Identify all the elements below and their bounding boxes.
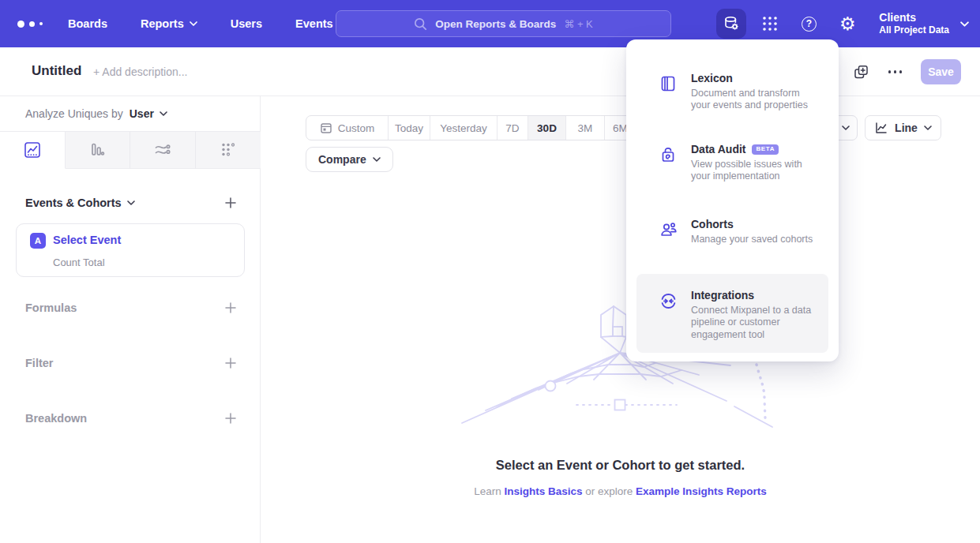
mixpanel-insights-screen: Boards Reports Users Events Open Reports… [0,0,980,543]
menu-item-desc: Manage your saved cohorts [691,234,819,245]
formulas-section: Formulas [25,299,239,316]
empty-state-title: Select an Event or Cohort to get started… [261,458,980,473]
flow-icon [153,141,172,159]
duplicate-icon[interactable] [853,64,869,81]
nav-item-reports[interactable]: Reports [141,17,197,30]
formulas-label: Formulas [25,301,77,314]
data-management-menu: Lexicon Document and transform your even… [626,39,839,361]
global-search-input[interactable]: Open Reports & Boards ⌘ + K [336,10,671,37]
add-event-button[interactable] [222,194,239,212]
chevron-down-icon [127,200,135,205]
menu-item-title: Integrations [691,289,754,301]
add-description-field[interactable]: + Add description... [93,66,187,78]
chevron-down-icon [960,21,969,27]
menu-item-desc: View possible issues with your implement… [691,159,819,183]
nav-item-boards[interactable]: Boards [68,17,107,30]
chevron-down-icon [842,125,850,130]
line-chart-mini-icon [874,121,888,135]
tab-metrics[interactable] [196,132,261,169]
tab-line-chart[interactable] [0,132,66,169]
query-builder-sidebar: Analyze Uniques by User [0,96,261,543]
date-range-custom[interactable]: Custom [306,116,388,140]
breakdown-section: Breakdown [25,410,239,427]
insights-basics-link[interactable]: Insights Basics [504,485,582,497]
compare-dropdown[interactable]: Compare [306,147,393,172]
report-title[interactable]: Untitled [32,63,81,79]
analyze-value-dropdown[interactable]: User [130,107,154,120]
date-range-3m[interactable]: 3M [565,116,604,140]
date-range-control: Custom Today Yesterday 7D 30D 3M 6M [306,115,636,140]
metrics-dots-icon [220,141,237,159]
menu-item-cohorts[interactable]: Cohorts Manage your saved cohorts [636,212,828,259]
data-management-button[interactable] [716,9,746,39]
events-cohorts-dropdown[interactable]: Events & Cohorts [25,197,135,209]
date-range-7d[interactable]: 7D [497,116,528,140]
add-formula-button[interactable] [222,299,239,316]
nav-items: Boards Reports Users Events [68,17,333,30]
settings-button[interactable]: ⚙ [832,9,862,39]
search-shortcut: ⌘ + K [564,18,593,30]
gear-icon: ⚙ [839,15,856,33]
add-filter-button[interactable] [222,354,239,372]
mixpanel-logo[interactable] [17,21,54,28]
select-event-label[interactable]: Select Event [53,234,121,246]
project-name: Clients [879,10,949,24]
chart-type-dropdown[interactable]: Line [865,115,941,140]
menu-item-title: Cohorts [691,218,734,230]
chevron-down-icon [924,125,932,130]
chart-type-tabs [0,131,261,168]
event-letter-badge: A [30,233,46,249]
breakdown-label: Breakdown [25,412,87,425]
cohorts-people-icon [659,220,678,238]
tab-bar-chart[interactable] [66,132,131,169]
nav-item-users[interactable]: Users [231,17,262,30]
menu-item-data-audit[interactable]: Data Audit BETA View possible issues wit… [636,137,828,198]
add-breakdown-button[interactable] [222,410,239,427]
chevron-down-icon [373,157,381,162]
integrations-sync-icon [659,292,678,310]
nav-item-events[interactable]: Events [295,17,333,30]
example-insights-reports-link[interactable]: Example Insights Reports [636,485,767,497]
plus-icon [224,301,237,314]
beta-badge: BETA [752,144,779,155]
menu-item-desc: Connect Mixpanel to a data pipeline or c… [691,305,819,341]
search-placeholder: Open Reports & Boards [435,18,556,30]
learn-prefix: Learn [474,485,501,497]
analyze-prefix: Analyze Uniques by [25,107,123,120]
chevron-down-icon [190,21,197,26]
tab-flow-chart[interactable] [130,132,196,169]
bar-chart-icon [88,141,106,159]
menu-item-title: Lexicon [691,72,733,84]
more-options-button[interactable] [887,66,904,78]
lexicon-book-icon [659,75,677,92]
events-cohorts-header: Events & Cohorts [25,194,239,212]
chevron-down-icon [160,111,167,116]
empty-state-links: Learn Insights Basics or explore Example… [261,485,980,497]
database-gear-icon [723,15,740,32]
search-icon [414,17,427,31]
project-selector[interactable]: Clients All Project Data [879,10,969,37]
menu-item-integrations[interactable]: Integrations Connect Mixpanel to a data … [636,274,828,353]
help-button[interactable]: ? [794,9,824,39]
select-event-card[interactable]: A Select Event Count Total [16,223,245,277]
empty-state: Select an Event or Cohort to get started… [261,458,980,497]
date-range-yesterday[interactable]: Yesterday [430,116,497,140]
calendar-icon [320,122,332,134]
help-icon: ? [802,17,817,32]
save-button[interactable]: Save [921,59,961,84]
plus-icon [224,357,237,369]
count-total-label[interactable]: Count Total [53,257,105,268]
grid-dots-icon [761,15,779,32]
menu-item-desc: Document and transform your events and p… [691,88,819,112]
line-chart-icon [24,141,41,159]
header-actions: Save [853,59,962,84]
menu-item-lexicon[interactable]: Lexicon Document and transform your even… [636,66,828,116]
data-audit-icon [659,146,677,163]
apps-grid-button[interactable] [755,9,785,39]
filter-label: Filter [25,357,53,369]
project-scope: All Project Data [879,24,949,37]
analyze-uniques-row: Analyze Uniques by User [25,107,167,120]
date-range-today[interactable]: Today [388,116,430,140]
date-range-30d[interactable]: 30D [528,116,565,140]
or-explore-text: or explore [585,485,633,497]
